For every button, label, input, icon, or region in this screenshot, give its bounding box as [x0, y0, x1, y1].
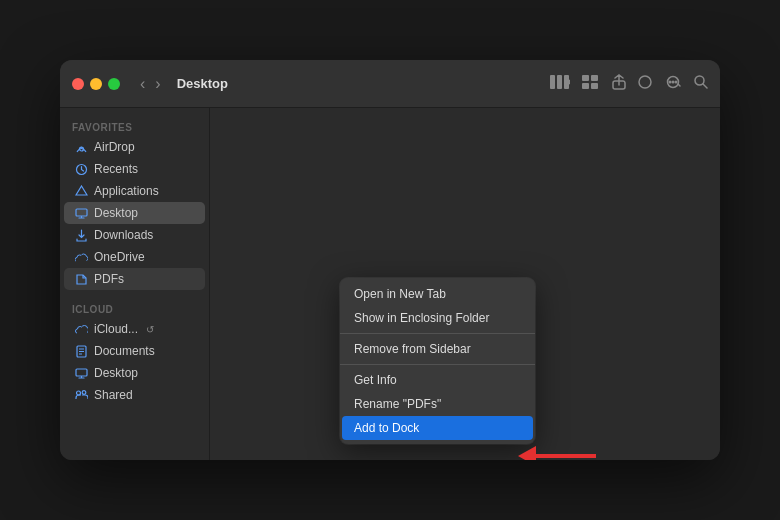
recents-label: Recents [94, 162, 138, 176]
airdrop-label: AirDrop [94, 140, 135, 154]
finder-window: ‹ › Desktop [60, 60, 720, 460]
onedrive-icon [74, 250, 88, 264]
svg-point-10 [672, 81, 675, 84]
svg-rect-3 [582, 75, 589, 81]
nav-buttons: ‹ › [136, 74, 165, 94]
sidebar-item-desktop[interactable]: Desktop [64, 202, 205, 224]
share-icon[interactable] [612, 74, 626, 93]
sidebar-item-downloads[interactable]: Downloads [64, 224, 205, 246]
back-button[interactable]: ‹ [136, 74, 149, 94]
svg-point-8 [639, 76, 651, 88]
sidebar-item-airdrop[interactable]: AirDrop [64, 136, 205, 158]
documents-icon [74, 344, 88, 358]
traffic-lights [72, 78, 120, 90]
svg-rect-5 [582, 83, 589, 89]
forward-button[interactable]: › [151, 74, 164, 94]
desktop-icloud-icon [74, 366, 88, 380]
svg-rect-18 [76, 209, 87, 216]
search-icon[interactable] [694, 75, 708, 92]
svg-point-29 [82, 390, 86, 394]
menu-item-get-info[interactable]: Get Info [340, 368, 535, 392]
svg-rect-4 [591, 75, 598, 81]
toolbar-icons [550, 74, 708, 93]
tag-icon[interactable] [638, 75, 652, 92]
svg-marker-17 [76, 186, 87, 195]
menu-item-show-enclosing[interactable]: Show in Enclosing Folder [340, 306, 535, 330]
arrow-annotation [520, 446, 596, 460]
airdrop-icon [74, 140, 88, 154]
sidebar-item-shared[interactable]: Shared [64, 384, 205, 406]
svg-point-28 [76, 391, 80, 395]
pdfs-icon [74, 272, 88, 286]
documents-label: Documents [94, 344, 155, 358]
svg-rect-25 [76, 369, 87, 376]
window-title: Desktop [177, 76, 228, 91]
applications-label: Applications [94, 184, 159, 198]
svg-rect-1 [557, 75, 562, 89]
downloads-icon [74, 228, 88, 242]
recents-icon [74, 162, 88, 176]
sidebar-item-recents[interactable]: Recents [64, 158, 205, 180]
view-grid-icon[interactable] [582, 75, 600, 92]
minimize-button[interactable] [90, 78, 102, 90]
icloud-drive-icon [74, 322, 88, 336]
menu-item-add-dock[interactable]: Add to Dock [342, 416, 533, 440]
sidebar-item-documents[interactable]: Documents [64, 340, 205, 362]
menu-divider-1 [340, 333, 535, 334]
desktop-icon [74, 206, 88, 220]
svg-point-11 [669, 81, 672, 84]
view-columns-icon[interactable] [550, 75, 570, 92]
sidebar: Favorites AirDrop [60, 108, 210, 460]
close-button[interactable] [72, 78, 84, 90]
menu-item-open-new-tab[interactable]: Open in New Tab [340, 282, 535, 306]
svg-rect-0 [550, 75, 555, 89]
menu-divider-2 [340, 364, 535, 365]
svg-point-12 [675, 81, 678, 84]
main-area: Open in New Tab Show in Enclosing Folder… [210, 108, 720, 460]
context-menu: Open in New Tab Show in Enclosing Folder… [340, 278, 535, 444]
sidebar-item-onedrive[interactable]: OneDrive [64, 246, 205, 268]
titlebar: ‹ › Desktop [60, 60, 720, 108]
svg-line-14 [703, 84, 707, 88]
menu-item-remove-sidebar[interactable]: Remove from Sidebar [340, 337, 535, 361]
icloud-section-label: iCloud [60, 298, 209, 318]
arrow-line [536, 454, 596, 458]
shared-label: Shared [94, 388, 133, 402]
sidebar-item-applications[interactable]: Applications [64, 180, 205, 202]
desktop-icloud-label: Desktop [94, 366, 138, 380]
maximize-button[interactable] [108, 78, 120, 90]
onedrive-label: OneDrive [94, 250, 145, 264]
menu-item-rename[interactable]: Rename "PDFs" [340, 392, 535, 416]
favorites-section-label: Favorites [60, 116, 209, 136]
shared-icon [74, 388, 88, 402]
sidebar-item-desktop-icloud[interactable]: Desktop [64, 362, 205, 384]
svg-rect-6 [591, 83, 598, 89]
action-icon[interactable] [664, 75, 682, 92]
pdfs-label: PDFs [94, 272, 124, 286]
icloud-sync-icon: ↺ [146, 324, 154, 335]
applications-icon [74, 184, 88, 198]
downloads-label: Downloads [94, 228, 153, 242]
sidebar-item-icloud-drive[interactable]: iCloud... ↺ [64, 318, 205, 340]
desktop-label: Desktop [94, 206, 138, 220]
content-area: Favorites AirDrop [60, 108, 720, 460]
icloud-drive-label: iCloud... [94, 322, 138, 336]
sidebar-item-pdfs[interactable]: PDFs [64, 268, 205, 290]
arrow-head [518, 446, 536, 460]
arrow [520, 446, 596, 460]
